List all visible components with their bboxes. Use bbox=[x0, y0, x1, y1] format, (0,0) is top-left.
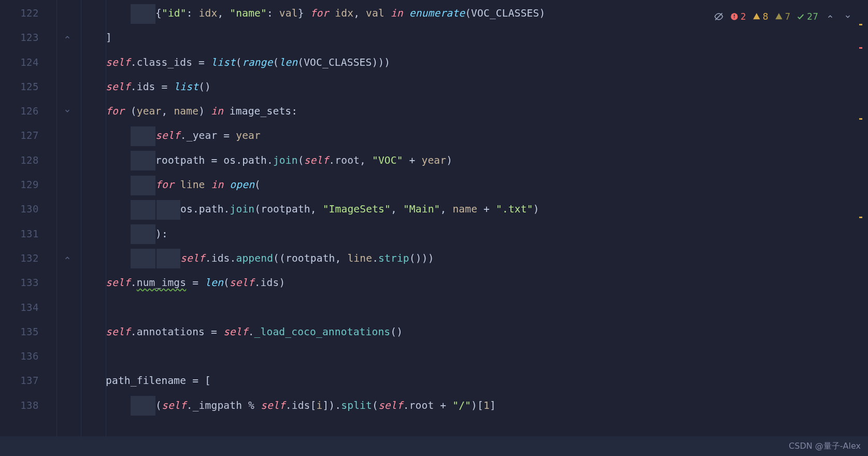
prev-highlight-icon[interactable] bbox=[824, 13, 836, 20]
code-line[interactable] bbox=[81, 344, 847, 368]
code-line[interactable] bbox=[81, 295, 847, 320]
line-number[interactable]: 128 bbox=[0, 148, 56, 173]
code-line[interactable]: (self._imgpath % self.ids[i]).split(self… bbox=[81, 393, 847, 418]
code-line[interactable]: self.class_ids = list(range(len(VOC_CLAS… bbox=[81, 50, 847, 75]
scrollbar-marker[interactable] bbox=[859, 24, 862, 25]
code-line[interactable]: os.path.join(rootpath, "ImageSets", "Mai… bbox=[81, 197, 847, 221]
line-number[interactable]: 129 bbox=[0, 173, 56, 197]
warnings-count[interactable]: 8 bbox=[752, 11, 769, 22]
code-editor[interactable]: 1221231241251261271281291301311321331341… bbox=[0, 0, 868, 456]
line-number[interactable]: 124 bbox=[0, 50, 56, 75]
scrollbar-marker[interactable] bbox=[859, 47, 862, 49]
scrollbar-marker[interactable] bbox=[859, 118, 862, 120]
code-line[interactable]: rootpath = os.path.join(self.root, "VOC"… bbox=[81, 148, 847, 173]
line-number-gutter[interactable]: 1221231241251261271281291301311321331341… bbox=[0, 0, 57, 456]
line-number[interactable]: 122 bbox=[0, 1, 56, 25]
editor-bottom-strip bbox=[0, 436, 868, 456]
weak-warnings-count[interactable]: 7 bbox=[775, 11, 791, 22]
code-line[interactable]: self.ids = list() bbox=[81, 75, 847, 99]
code-line[interactable]: path_filename = [ bbox=[81, 368, 847, 393]
code-line[interactable]: self.num_imgs = len(self.ids) bbox=[81, 270, 847, 295]
next-highlight-icon[interactable] bbox=[842, 13, 853, 20]
line-number[interactable]: 132 bbox=[0, 246, 56, 270]
fold-collapse-icon[interactable] bbox=[62, 34, 73, 42]
line-number[interactable]: 134 bbox=[0, 295, 56, 320]
scrollbar-marker[interactable] bbox=[859, 217, 862, 218]
line-number[interactable]: 133 bbox=[0, 270, 56, 295]
line-number[interactable]: 137 bbox=[0, 368, 56, 393]
line-number[interactable]: 138 bbox=[0, 393, 56, 418]
errors-count[interactable]: ! 2 bbox=[730, 11, 746, 22]
svg-text:!: ! bbox=[733, 13, 735, 19]
line-number[interactable]: 127 bbox=[0, 123, 56, 148]
line-number[interactable]: 126 bbox=[0, 99, 56, 123]
code-line[interactable]: self.ids.append((rootpath, line.strip())… bbox=[81, 246, 847, 270]
fold-collapse-icon[interactable] bbox=[62, 254, 73, 263]
code-line[interactable]: for line in open( bbox=[81, 173, 847, 197]
vertical-scrollbar[interactable] bbox=[856, 0, 866, 456]
code-line[interactable]: for (year, name) in image_sets: bbox=[81, 99, 847, 123]
fold-expand-icon[interactable] bbox=[62, 107, 73, 116]
line-number[interactable]: 131 bbox=[0, 222, 56, 246]
line-number[interactable]: 135 bbox=[0, 320, 56, 344]
toggle-hints-icon[interactable] bbox=[714, 11, 724, 22]
code-content[interactable]: {"id": idx, "name": val} for idx, val in… bbox=[81, 1, 847, 418]
code-line[interactable]: self._year = year bbox=[81, 123, 847, 148]
code-line[interactable]: ): bbox=[81, 222, 847, 246]
typos-count[interactable]: 27 bbox=[796, 11, 818, 22]
line-number[interactable]: 136 bbox=[0, 344, 56, 368]
code-line[interactable]: self.annotations = self._load_coco_annot… bbox=[81, 320, 847, 344]
inspection-widget[interactable]: ! 2 8 7 27 bbox=[714, 11, 853, 22]
code-line[interactable]: ] bbox=[81, 25, 847, 50]
line-number[interactable]: 125 bbox=[0, 75, 56, 99]
watermark-text: CSDN @量子-Alex bbox=[789, 441, 861, 452]
line-number[interactable]: 130 bbox=[0, 197, 56, 221]
line-number[interactable]: 123 bbox=[0, 25, 56, 50]
